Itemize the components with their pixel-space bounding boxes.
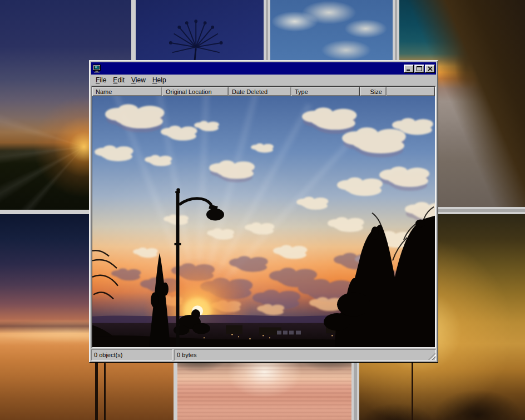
pole-silhouette	[95, 358, 98, 420]
menu-view[interactable]: View	[128, 75, 149, 85]
file-list-view[interactable]: Name Original Location Date Deleted Type…	[91, 86, 436, 348]
list-background-photo	[92, 96, 435, 347]
close-button[interactable]	[425, 65, 435, 73]
status-size-total: 0 bytes	[174, 349, 436, 360]
pole-silhouette	[412, 358, 413, 420]
column-header-type[interactable]: Type	[291, 87, 360, 96]
close-icon	[428, 66, 433, 71]
desktop: { "desktop": { "wallpaper": "collage of …	[0, 0, 525, 420]
pole-silhouette	[104, 363, 106, 420]
maximize-button[interactable]	[414, 65, 424, 73]
menu-file[interactable]: File	[92, 75, 110, 85]
window-titlebar[interactable]	[91, 62, 436, 75]
column-header-empty[interactable]	[387, 87, 435, 96]
column-header-original-location[interactable]: Original Location	[162, 87, 229, 96]
recycle-bin-window: File Edit View Help Name Original Locati…	[89, 60, 438, 363]
column-header-date-deleted[interactable]: Date Deleted	[229, 87, 291, 96]
minimize-icon	[406, 66, 412, 71]
status-bar: 0 object(s) 0 bytes	[91, 349, 436, 360]
maximize-icon	[417, 66, 422, 71]
column-header-row: Name Original Location Date Deleted Type…	[92, 87, 435, 96]
menu-bar: File Edit View Help	[91, 75, 436, 86]
computer-icon	[92, 64, 101, 73]
column-header-size[interactable]: Size	[360, 87, 387, 96]
status-object-count: 0 object(s)	[91, 349, 172, 360]
menu-help[interactable]: Help	[149, 75, 170, 85]
menu-edit[interactable]: Edit	[110, 75, 128, 85]
sunset-streetlamp-photo	[92, 96, 435, 347]
column-header-name[interactable]: Name	[92, 87, 162, 96]
minimize-button[interactable]	[404, 65, 414, 73]
window-controls	[404, 65, 435, 73]
